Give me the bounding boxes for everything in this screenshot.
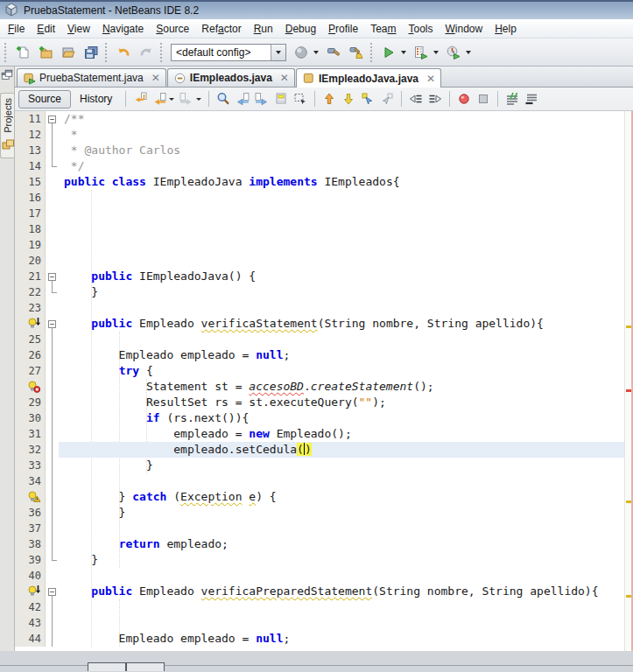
- error-stripe-mark-error[interactable]: [626, 389, 631, 392]
- menu-item-help[interactable]: Help: [489, 20, 523, 38]
- menu-item-debug[interactable]: Debug: [279, 20, 322, 38]
- code-line-24[interactable]: − public Empleado verificaStatement(Stri…: [15, 316, 624, 332]
- config-select[interactable]: <default config>: [171, 44, 286, 61]
- sidebar-item-projects[interactable]: Projects: [0, 93, 14, 158]
- gutter-line-number[interactable]: 30: [15, 410, 45, 426]
- stop-macro-button[interactable]: [474, 89, 493, 108]
- rect-selection-button[interactable]: [291, 89, 310, 108]
- gutter-line-number[interactable]: 34: [15, 473, 45, 489]
- code-line-43[interactable]: 43: [15, 615, 624, 631]
- history-view-button[interactable]: History: [71, 91, 121, 108]
- gutter-line-number[interactable]: 13: [15, 143, 45, 158]
- code-line-26[interactable]: 26 Empleado empleado = null;: [15, 347, 624, 363]
- shift-right-button[interactable]: [426, 89, 445, 108]
- fold-margin[interactable]: −: [45, 111, 59, 127]
- code-line-11[interactable]: 11−/**: [15, 111, 624, 127]
- undo-button[interactable]: [112, 41, 135, 64]
- gutter-line-number[interactable]: 32: [15, 442, 45, 458]
- gutter-line-number[interactable]: 12: [15, 127, 45, 143]
- code-line-18[interactable]: 18: [15, 221, 624, 237]
- menu-item-team[interactable]: Team: [364, 20, 402, 38]
- close-icon[interactable]: ✕: [426, 74, 435, 83]
- error-stripe-mark-warning[interactable]: [626, 326, 631, 328]
- fold-margin[interactable]: −: [45, 316, 59, 332]
- code-line-34[interactable]: 34: [15, 473, 624, 489]
- gutter-line-number[interactable]: 18: [15, 221, 45, 237]
- gutter-line-number[interactable]: 43: [15, 615, 45, 631]
- gutter-line-number[interactable]: 42: [15, 599, 45, 615]
- back-button[interactable]: [150, 89, 169, 108]
- code-line-37[interactable]: 37: [15, 521, 624, 536]
- error-stripe-mark-warning[interactable]: [626, 500, 631, 503]
- code-scroll-area[interactable]: 11−/**12 *13 * @author Carlos14 */15publ…: [15, 111, 624, 651]
- gutter-line-number[interactable]: 36: [15, 505, 45, 521]
- menu-item-refactor[interactable]: Refactor: [195, 20, 247, 38]
- toggle-highlight-button[interactable]: [271, 89, 291, 108]
- new-file-button[interactable]: [11, 41, 34, 64]
- comment-button[interactable]: [503, 89, 522, 108]
- gutter-line-number[interactable]: 37: [15, 521, 45, 536]
- gutter-line-number[interactable]: 38: [15, 536, 45, 552]
- find-next-button[interactable]: [252, 89, 271, 108]
- run-project-button[interactable]: [377, 41, 400, 64]
- gutter-bulb-warning-icon[interactable]: [15, 489, 45, 505]
- gutter-line-number[interactable]: 26: [15, 347, 45, 363]
- build-project-button[interactable]: [322, 41, 345, 64]
- code-line-35[interactable]: } catch (Exception e) {: [15, 489, 624, 505]
- error-stripe[interactable]: [624, 111, 633, 651]
- code-line-12[interactable]: 12 *: [15, 127, 624, 143]
- menu-item-profile[interactable]: Profile: [322, 20, 364, 38]
- source-view-button[interactable]: Source: [18, 90, 71, 108]
- menu-item-tools[interactable]: Tools: [402, 20, 439, 38]
- code-line-36[interactable]: 36 }: [15, 505, 624, 521]
- menu-item-source[interactable]: Source: [150, 20, 195, 38]
- code-line-38[interactable]: 38 return empleado;: [15, 536, 624, 552]
- code-line-25[interactable]: 25: [15, 332, 624, 347]
- code-line-17[interactable]: 17: [15, 206, 624, 221]
- chevron-down-icon[interactable]: [196, 98, 201, 101]
- record-macro-button[interactable]: [454, 89, 474, 108]
- code-line-13[interactable]: 13 * @author Carlos: [15, 143, 624, 158]
- profile-project-button[interactable]: [442, 41, 465, 64]
- bulb-warning-icon[interactable]: [27, 490, 41, 504]
- close-icon[interactable]: ✕: [280, 74, 289, 82]
- fold-margin[interactable]: −: [45, 584, 59, 599]
- code-line-19[interactable]: 19: [15, 237, 624, 253]
- gutter-line-number[interactable]: 22: [15, 284, 45, 300]
- dock-window-icon[interactable]: [1, 69, 13, 84]
- code-line-15[interactable]: 15public class IEmpleadoJava implements …: [15, 174, 624, 190]
- gutter-line-number[interactable]: 25: [15, 332, 45, 347]
- fold-collapse-box[interactable]: −: [48, 320, 56, 328]
- forward-button[interactable]: [177, 89, 196, 108]
- run-config-button[interactable]: [290, 41, 313, 64]
- gutter-line-number[interactable]: 11: [15, 111, 45, 127]
- gutter-line-number[interactable]: 19: [15, 237, 45, 253]
- gutter-bulb-override-icon[interactable]: [15, 316, 45, 332]
- debug-project-button[interactable]: [410, 41, 433, 64]
- chevron-down-icon[interactable]: [313, 51, 319, 54]
- bulb-override-icon[interactable]: [27, 584, 41, 598]
- code-line-14[interactable]: 14 */: [15, 158, 624, 174]
- fold-margin[interactable]: −: [45, 269, 59, 284]
- chevron-down-icon[interactable]: [169, 98, 174, 101]
- bulb-error-icon[interactable]: [27, 380, 41, 394]
- code-line-28[interactable]: Statement st = accesoBD.createStatement(…: [15, 379, 624, 395]
- fold-collapse-box[interactable]: −: [48, 588, 56, 596]
- gutter-bulb-override-icon[interactable]: [15, 584, 45, 599]
- code-line-27[interactable]: 27 try {: [15, 363, 624, 379]
- find-selection-button[interactable]: [214, 89, 233, 108]
- redo-button[interactable]: [135, 41, 158, 64]
- code-line-21[interactable]: 21− public IEmpleadoJava() {: [15, 269, 624, 284]
- code-line-41[interactable]: − public Empleado verificaPreparedStatem…: [15, 584, 624, 599]
- chevron-down-icon[interactable]: [466, 51, 471, 54]
- save-all-button[interactable]: [80, 41, 102, 64]
- chevron-down-icon[interactable]: [433, 51, 439, 54]
- fold-collapse-box[interactable]: −: [48, 116, 56, 123]
- fold-collapse-box[interactable]: −: [48, 273, 56, 281]
- clean-build-button[interactable]: [345, 41, 368, 64]
- menu-item-window[interactable]: Window: [440, 20, 489, 38]
- code-line-22[interactable]: 22 }: [15, 284, 624, 300]
- gutter-line-number[interactable]: 23: [15, 300, 45, 316]
- gutter-line-number[interactable]: 29: [15, 395, 45, 410]
- code-line-23[interactable]: 23: [15, 300, 624, 316]
